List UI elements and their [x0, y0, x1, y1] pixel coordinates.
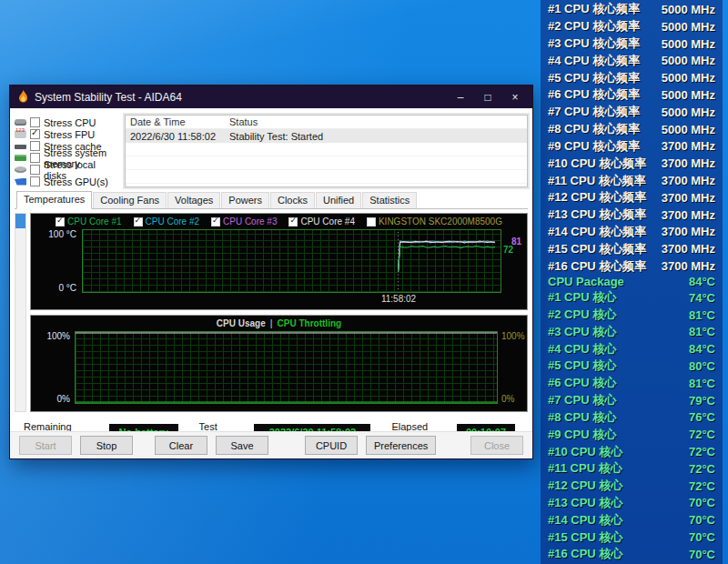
event-log-table[interactable]: Date & Time Status 2022/6/30 11:58:02 St… — [125, 115, 528, 187]
stress-option-row[interactable]: Stress FPU — [15, 128, 120, 140]
action-button[interactable]: Clear — [155, 436, 207, 455]
osd-value: 81°C — [689, 308, 715, 322]
osd-label: #16 CPU 核心 — [548, 546, 622, 562]
tab[interactable]: Powers — [221, 192, 269, 208]
table-row[interactable]: 2022/6/30 11:58:02 Stability Test: Start… — [126, 129, 527, 143]
osd-row: #5 CPU 核心频率 5000 MHz — [548, 70, 715, 86]
graphs-scrollbar[interactable] — [15, 213, 26, 412]
legend-checkbox[interactable] — [288, 217, 298, 227]
tab[interactable]: Voltages — [167, 192, 220, 208]
tab-bar: Temperatures Cooling Fans Voltages Power… — [15, 193, 528, 209]
stress-checkbox[interactable] — [30, 176, 40, 186]
titlebar[interactable]: System Stability Test - AIDA64 – □ × — [10, 86, 532, 108]
osd-label: #11 CPU 核心频率 — [548, 173, 646, 189]
osd-row: #16 CPU 核心 70°C — [548, 546, 715, 562]
osd-row: #2 CPU 核心 81°C — [548, 307, 715, 323]
stress-checkbox[interactable] — [30, 117, 40, 127]
tab[interactable]: Clocks — [270, 192, 315, 208]
stress-checkbox[interactable] — [30, 165, 40, 175]
temperature-graph-panel: CPU Core #1 CPU Core #2 CPU — [30, 213, 528, 310]
osd-value: 81°C — [689, 325, 715, 338]
osd-label: #12 CPU 核心频率 — [548, 189, 646, 206]
osd-label: #15 CPU 核心 — [548, 529, 622, 546]
close-button[interactable]: × — [501, 86, 529, 108]
osd-row: #3 CPU 核心 81°C — [548, 324, 715, 340]
osd-value: 3700 MHz — [662, 208, 715, 222]
osd-label: #16 CPU 核心频率 — [548, 258, 646, 275]
stress-label: Stress CPU — [44, 117, 96, 128]
legend-item[interactable]: KINGSTON SKC2000M8500G — [367, 217, 502, 227]
legend-item[interactable]: CPU Core #1 — [56, 217, 121, 227]
legend-item[interactable]: CPU Core #2 — [134, 217, 199, 227]
legend-item[interactable]: CPU Core #3 — [211, 217, 277, 227]
osd-value: 74°C — [689, 291, 715, 305]
legend-label: CPU Core #1 — [67, 217, 121, 227]
osd-value: 79°C — [689, 394, 715, 408]
osd-value: 3700 MHz — [662, 259, 715, 273]
osd-label: #13 CPU 核心频率 — [548, 206, 646, 223]
osd-label: #6 CPU 核心频率 — [548, 86, 640, 103]
osd-row: #1 CPU 核心 74°C — [548, 289, 715, 306]
osd-label: #8 CPU 核心 — [548, 409, 616, 426]
osd-value: 81°C — [689, 377, 715, 390]
legend-checkbox[interactable] — [134, 217, 143, 227]
osd-value: 5000 MHz — [662, 123, 715, 136]
osd-value: 5000 MHz — [662, 54, 715, 67]
graphs-column: CPU Core #1 CPU Core #2 CPU — [30, 213, 528, 412]
osd-value: 72°C — [689, 445, 715, 458]
stress-checkbox[interactable] — [30, 129, 40, 139]
legend-label: CPU Core #4 — [300, 217, 354, 227]
osd-row: #1 CPU 核心频率 5000 MHz — [548, 1, 715, 17]
osd-value: 3700 MHz — [662, 225, 715, 238]
scrollbar-thumb[interactable] — [15, 214, 25, 228]
button-row: Start Stop Clear Save CPUID Preferences … — [10, 431, 532, 458]
osd-value: 3700 MHz — [662, 242, 715, 256]
tab[interactable]: Cooling Fans — [93, 192, 167, 208]
legend-checkbox[interactable] — [56, 217, 65, 227]
action-button[interactable]: Preferences — [366, 436, 436, 455]
osd-row: #2 CPU 核心频率 5000 MHz — [548, 18, 715, 35]
usage-title-part: CPU Throttling — [278, 318, 342, 328]
usage-left-max: 100% — [46, 331, 70, 341]
current-value-label: 72 — [503, 245, 513, 255]
usage-graph-panel: CPU Usage | CPU Throttling 100% 0% — [30, 315, 528, 412]
top-row: Stress CPU Stress FPU Stress cache — [15, 115, 528, 187]
osd-row: #16 CPU 核心频率 3700 MHz — [548, 258, 715, 275]
tab[interactable]: Statistics — [362, 192, 417, 208]
osd-row: #11 CPU 核心 72°C — [548, 460, 715, 477]
stress-option-row[interactable]: Stress local disks — [15, 164, 120, 176]
osd-label: #1 CPU 核心频率 — [548, 1, 640, 17]
legend-item[interactable]: CPU Core #4 — [288, 217, 354, 227]
osd-label: #7 CPU 核心频率 — [548, 104, 640, 120]
osd-value: 5000 MHz — [662, 37, 715, 51]
osd-row: #5 CPU 核心 80°C — [548, 358, 715, 374]
legend-label: CPU Core #2 — [146, 217, 199, 227]
osd-label: #10 CPU 核心频率 — [548, 156, 646, 172]
legend-checkbox[interactable] — [211, 217, 220, 227]
osd-value: 5000 MHz — [662, 3, 715, 16]
osd-label: #14 CPU 核心频率 — [548, 224, 646, 240]
usage-graph-title: CPU Usage | CPU Throttling — [31, 316, 527, 329]
event-time: 2022/6/30 11:58:02 — [126, 131, 228, 142]
osd-row: #9 CPU 核心 72°C — [548, 427, 715, 443]
legend-checkbox[interactable] — [367, 217, 376, 227]
tab[interactable]: Unified — [316, 192, 361, 208]
stress-option-row[interactable]: Stress GPU(s) — [15, 176, 120, 187]
usage-plot — [75, 331, 498, 404]
osd-row: CPU Package 84°C — [548, 275, 715, 288]
action-button[interactable]: CPUID — [305, 436, 358, 455]
legend-label: KINGSTON SKC2000M8500G — [379, 217, 502, 227]
stress-checkbox[interactable] — [30, 153, 40, 163]
osd-row: #11 CPU 核心频率 3700 MHz — [548, 173, 715, 189]
stress-options: Stress CPU Stress FPU Stress cache — [15, 115, 120, 187]
maximize-button[interactable]: □ — [474, 86, 501, 108]
tab[interactable]: Temperatures — [16, 191, 92, 209]
osd-value: 76°C — [689, 410, 715, 424]
action-button[interactable]: Save — [216, 436, 268, 455]
osd-row: #10 CPU 核心 72°C — [548, 444, 715, 460]
action-button[interactable]: Stop — [80, 436, 133, 455]
usage-right-axis: 100% 0% — [498, 331, 527, 404]
minimize-button[interactable]: – — [447, 86, 474, 108]
window-controls: – □ × — [447, 86, 529, 108]
stress-checkbox[interactable] — [30, 141, 40, 151]
